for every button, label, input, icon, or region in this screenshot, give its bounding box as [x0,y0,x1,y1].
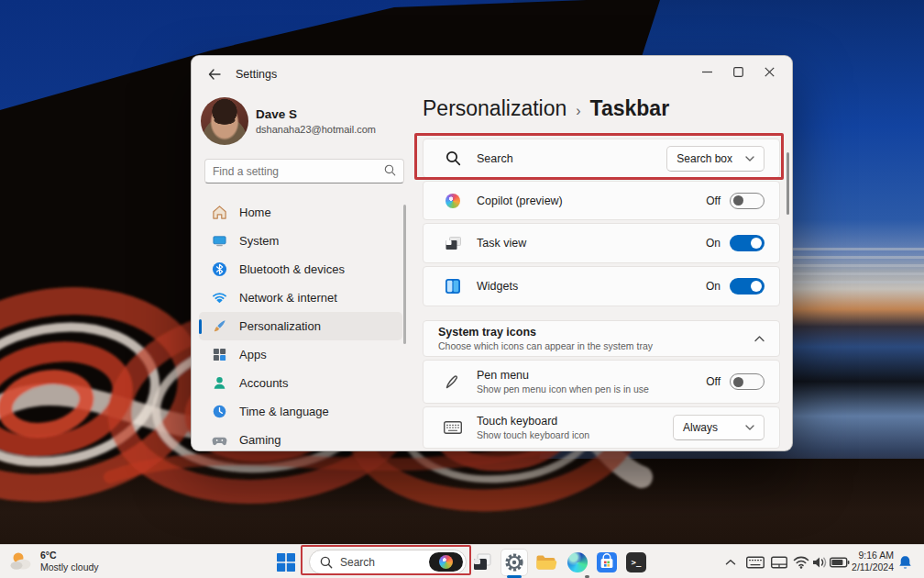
row-label: Widgets [477,280,518,293]
sidebar-item-label: Personalization [239,319,321,333]
row-label: Copilot (preview) [477,195,563,207]
close-button[interactable] [754,60,785,83]
touch-keyboard-icon [444,421,462,434]
sidebar-item-home[interactable]: Home [199,198,402,227]
row-label: Touch keyboard [477,415,589,428]
touchpad-tray-button[interactable] [768,551,790,573]
profile-name: Dave S [256,107,297,121]
gear-icon [503,551,525,573]
toggle-state-label: Off [706,375,720,388]
search-icon [384,163,396,180]
notifications-button[interactable] [896,551,913,573]
copilot-icon [444,194,462,208]
sidebar-item-label: Accounts [239,376,288,390]
accounts-icon [212,375,227,391]
clock-time: 9:16 AM [852,550,894,561]
toggle-state-label: On [706,280,720,293]
sidebar-nav: Home System Bluetooth & devices Network … [199,198,402,454]
row-label: Task view [477,237,526,250]
profile-email: dshanaha23@hotmail.com [256,124,376,135]
task-view-toggle[interactable] [730,235,764,251]
chevron-up-icon [754,336,764,342]
sidebar-item-accounts[interactable]: Accounts [199,369,402,397]
maximize-button[interactable] [722,60,754,83]
sidebar-item-network-internet[interactable]: Network & internet [199,283,402,312]
sidebar-item-apps[interactable]: Apps [199,340,402,369]
sidebar-item-system[interactable]: System [199,227,402,255]
wifi-tray-button[interactable] [792,551,810,573]
chevron-down-icon [745,425,754,430]
find-setting-searchbox[interactable] [204,159,404,183]
page-title: Taskbar [590,96,670,121]
breadcrumb-parent[interactable]: Personalization [423,96,566,121]
store-button[interactable] [596,551,618,573]
copilot-toggle[interactable] [730,193,764,209]
terminal-button[interactable]: >_ [625,551,647,573]
row-label: Pen menu [477,369,649,382]
row-widgets: Widgets On [423,266,780,306]
annotation-search-row [414,133,784,180]
breadcrumb: Personalization › Taskbar [423,96,669,121]
row-subtitle: Show touch keyboard icon [477,429,589,440]
sidebar-item-label: Apps [239,348,267,361]
row-copilot: Copilot (preview) Off [423,181,780,220]
system-tray-section-header[interactable]: System tray icons Choose which icons can… [423,320,780,357]
sidebar-item-bluetooth-devices[interactable]: Bluetooth & devices [199,255,402,283]
sidebar-item-label: Home [239,206,271,219]
find-setting-input[interactable] [213,165,384,178]
sidebar-item-time-language[interactable]: Time & language [199,397,402,426]
widgets-toggle[interactable] [730,278,764,295]
breadcrumb-separator-icon: › [576,103,580,119]
battery-icon [830,557,850,568]
touchpad-icon [771,556,787,569]
system-icon [212,233,227,249]
section-subtitle: Choose which icons can appear in the sys… [438,340,653,351]
network-icon [212,290,227,306]
weather-icon [9,550,35,572]
toggle-state-label: On [706,237,720,250]
battery-tray-button[interactable] [829,551,851,573]
settings-app-button[interactable] [500,549,528,576]
speaker-icon [812,556,827,569]
gaming-icon [212,432,227,448]
sidebar-item-gaming[interactable]: Gaming [199,426,402,454]
sidebar-scrollbar[interactable] [403,205,406,344]
keyboard-icon [746,556,764,569]
minimize-button[interactable] [691,60,722,83]
start-button[interactable] [274,551,298,573]
sidebar-item-label: Network & internet [239,291,337,305]
row-task-view: Task view On [423,223,780,263]
row-touch-keyboard: Touch keyboard Show touch keyboard icon … [423,406,780,449]
personalization-icon [212,318,227,334]
store-icon [597,552,617,572]
dropdown-value: Always [683,421,718,434]
sidebar-item-label: Bluetooth & devices [239,262,345,276]
clock[interactable]: 9:16 AM 2/11/2024 [852,550,894,573]
weather-temperature: 6°C [40,550,99,561]
annotation-taskbar-search [301,545,471,575]
toggle-state-label: Off [706,195,720,207]
avatar[interactable] [201,97,248,145]
touch-keyboard-dropdown[interactable]: Always [673,415,764,440]
folder-icon [535,553,557,572]
touch-keyboard-tray-button[interactable] [744,551,766,573]
weather-condition: Mostly cloudy [40,561,99,573]
chevron-up-icon [725,559,736,566]
row-subtitle: Show pen menu icon when pen is in use [477,383,649,395]
tray-overflow-button[interactable] [722,551,739,573]
sidebar-item-label: System [239,234,279,248]
task-view-button[interactable] [471,551,493,573]
volume-tray-button[interactable] [810,551,829,573]
edge-button[interactable] [566,551,588,573]
content-scrollbar[interactable] [786,152,789,215]
bluetooth-icon [212,261,227,277]
widgets-icon [444,279,462,294]
back-button[interactable] [204,64,225,84]
weather-widget[interactable]: 6°C Mostly cloudy [9,550,99,573]
section-title: System tray icons [438,326,653,339]
file-explorer-button[interactable] [535,551,557,573]
pen-menu-toggle[interactable] [730,373,764,390]
settings-list: Search Search box Copilot (preview) Off … [423,139,780,451]
clock-date: 2/11/2024 [852,561,894,573]
sidebar-item-personalization[interactable]: Personalization [199,312,402,340]
